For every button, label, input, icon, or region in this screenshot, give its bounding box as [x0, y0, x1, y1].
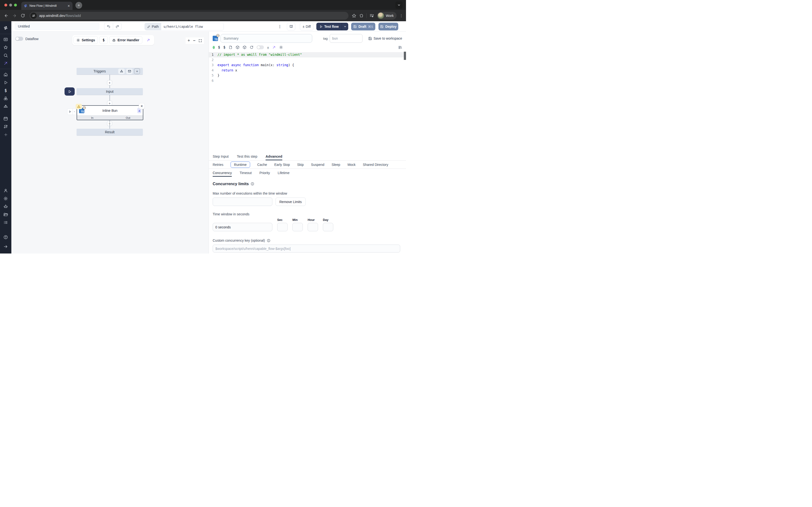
code-editor[interactable]: 1// import * as wmill from "windmill-cli…: [209, 51, 406, 152]
sidebar-item-ai-wand[interactable]: [0, 59, 11, 67]
sidebar-item-home[interactable]: [0, 70, 11, 78]
sidebar-item-variables[interactable]: $: [0, 87, 11, 95]
diff-button[interactable]: ± Diff: [300, 23, 313, 31]
library-icon[interactable]: [398, 45, 402, 50]
zoom-window-button[interactable]: [14, 4, 17, 6]
tab-early-stop[interactable]: Early Stop: [274, 163, 290, 167]
tab-sleep[interactable]: Sleep: [332, 163, 340, 167]
sidebar-item-triggers[interactable]: [0, 102, 11, 110]
undo-button[interactable]: [104, 23, 113, 30]
add-step-button[interactable]: +: [107, 80, 112, 85]
tab-cache[interactable]: Cache: [257, 163, 267, 167]
save-to-workspace-button[interactable]: Save to workspace: [368, 37, 402, 40]
tab-priority[interactable]: Priority: [259, 169, 270, 177]
max-executions-input[interactable]: [213, 198, 272, 206]
path-field[interactable]: Path: [145, 23, 224, 31]
flow-canvas[interactable]: Dataflow Settings $ Error Handler: [11, 32, 209, 253]
tab-timeout[interactable]: Timeout: [240, 169, 252, 177]
info-icon[interactable]: [267, 239, 270, 242]
sidebar-item-help[interactable]: [0, 233, 11, 241]
diff-mode-icon[interactable]: ±: [267, 45, 269, 50]
input-node[interactable]: Input: [77, 88, 143, 95]
test-flow-dropdown[interactable]: [342, 23, 348, 31]
ai-wand-icon[interactable]: [272, 45, 276, 49]
close-window-button[interactable]: [4, 4, 7, 6]
editor-scrollbar[interactable]: [404, 52, 406, 60]
hour-input[interactable]: [308, 223, 318, 231]
address-bar[interactable]: app.windmill.dev/flows/add: [30, 12, 349, 19]
editor-settings-icon[interactable]: [279, 45, 283, 49]
webhook-trigger-button[interactable]: [118, 68, 125, 74]
script-file-icon[interactable]: [229, 45, 233, 49]
sidebar-item-routes[interactable]: [0, 123, 11, 131]
back-button[interactable]: [3, 12, 10, 19]
tab-skip[interactable]: Skip: [297, 163, 304, 167]
bookmark-star-icon[interactable]: [352, 13, 356, 18]
sidebar-item-create[interactable]: [0, 131, 11, 138]
sidebar-item-settings[interactable]: [0, 194, 11, 203]
browser-tab[interactable]: New Flow | Windmill ✕: [21, 2, 72, 10]
more-options-button[interactable]: ⋮: [277, 23, 283, 31]
tab-shared-directory[interactable]: Shared Directory: [363, 163, 388, 167]
time-window-display[interactable]: [213, 223, 272, 231]
tab-close-icon[interactable]: ✕: [67, 4, 70, 8]
tab-advanced[interactable]: Advanced: [266, 152, 282, 160]
variable-picker-icon[interactable]: $: [218, 45, 220, 50]
min-input[interactable]: [292, 223, 303, 231]
deploy-button[interactable]: Deploy: [378, 23, 398, 31]
tab-mock[interactable]: Mock: [348, 163, 355, 167]
tab-concurrency[interactable]: Concurrency: [213, 169, 232, 177]
zoom-in-button[interactable]: +: [188, 38, 190, 43]
sidebar-item-workers[interactable]: [0, 203, 11, 211]
tag-input[interactable]: [329, 34, 362, 43]
window-controls[interactable]: [4, 4, 17, 6]
assistant-toggle[interactable]: [257, 45, 264, 49]
remove-limits-button[interactable]: Remove Limits: [275, 198, 306, 206]
tab-search-button[interactable]: [395, 1, 403, 9]
sidebar-item-apps[interactable]: [0, 36, 11, 44]
package-icon[interactable]: [243, 45, 247, 49]
result-node[interactable]: Result: [77, 129, 143, 135]
minimize-window-button[interactable]: [9, 4, 12, 6]
code-line[interactable]: 3export async function main(x: string) {: [209, 62, 406, 68]
step-out-label[interactable]: Out: [126, 116, 130, 119]
summary-input[interactable]: [220, 34, 312, 43]
tab-runtime[interactable]: Runtime: [231, 162, 250, 168]
sidebar-item-folders[interactable]: [0, 211, 11, 219]
flow-variables-button[interactable]: $: [99, 36, 108, 44]
extensions-icon[interactable]: [359, 13, 363, 18]
media-controls-icon[interactable]: [369, 13, 374, 18]
flow-name-input[interactable]: [15, 23, 99, 30]
sidebar-item-user[interactable]: [0, 187, 11, 194]
zoom-out-button[interactable]: −: [193, 38, 196, 43]
code-line[interactable]: 2: [209, 57, 406, 63]
site-settings-icon[interactable]: [31, 12, 37, 19]
add-step-button[interactable]: +: [107, 101, 112, 106]
fullscreen-icon[interactable]: [198, 39, 202, 43]
windmill-logo[interactable]: [3, 23, 8, 32]
sidebar-item-search[interactable]: [0, 51, 11, 59]
run-flow-from-input-button[interactable]: [64, 88, 75, 96]
profile-button[interactable]: Work: [377, 12, 397, 19]
run-step-button[interactable]: [67, 109, 73, 115]
docs-button[interactable]: [287, 23, 295, 31]
dataflow-toggle[interactable]: [15, 37, 23, 41]
sec-input[interactable]: [277, 223, 288, 231]
tab-test-this-step[interactable]: Test this step: [237, 152, 257, 160]
new-tab-button[interactable]: +: [75, 2, 82, 9]
tab-suspend[interactable]: Suspend: [311, 163, 324, 167]
custom-concurrency-key-input[interactable]: [213, 244, 400, 252]
sidebar-item-runs[interactable]: [0, 78, 11, 87]
tab-step-input[interactable]: Step Input: [213, 152, 229, 160]
code-line[interactable]: 4 return x: [209, 68, 406, 73]
code-line[interactable]: 5}: [209, 73, 406, 78]
reload-button[interactable]: [19, 12, 26, 19]
forward-button[interactable]: [11, 12, 18, 19]
code-line[interactable]: 1// import * as wmill from "windmill-cli…: [209, 52, 406, 57]
triggers-node[interactable]: Triggers +: [77, 68, 143, 74]
sidebar-item-resources[interactable]: [0, 95, 11, 102]
info-icon[interactable]: [251, 182, 254, 186]
tab-lifetime[interactable]: Lifetime: [278, 169, 290, 177]
run-step-split-button[interactable]: [67, 108, 77, 115]
email-trigger-button[interactable]: [126, 68, 133, 74]
